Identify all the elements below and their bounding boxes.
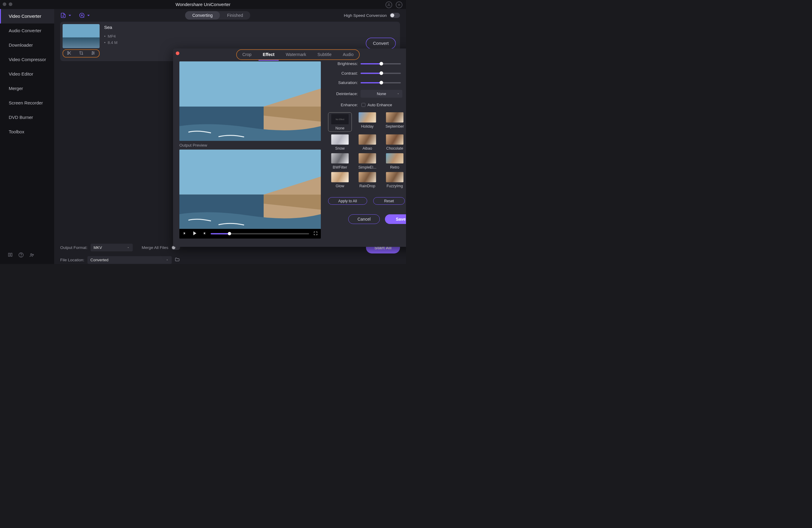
menu-icon[interactable]: [396, 1, 402, 8]
next-frame-icon[interactable]: [202, 231, 206, 237]
load-disc-button[interactable]: [79, 12, 91, 18]
prev-frame-icon[interactable]: [183, 231, 187, 237]
sidebar-item-video-compressor[interactable]: Video Compressor: [0, 52, 54, 67]
brightness-slider[interactable]: [361, 63, 401, 65]
tab-audio[interactable]: Audio: [342, 52, 355, 58]
tab-subtitle[interactable]: Subtitle: [316, 52, 333, 58]
trim-icon[interactable]: [67, 51, 72, 57]
effect-dialog: Crop Effect Watermark Subtitle Audio: [173, 48, 406, 247]
file-location-select[interactable]: Converted: [87, 256, 172, 264]
file-title: Sea: [104, 25, 117, 30]
sidebar-item-downloader[interactable]: Downloader: [0, 38, 54, 52]
sidebar-item-merger[interactable]: Merger: [0, 81, 54, 96]
effect-glow[interactable]: Glow: [328, 172, 352, 188]
output-format-select[interactable]: MKV: [91, 244, 133, 252]
file-thumbnail[interactable]: [62, 24, 100, 48]
sidebar: Video Converter Audio Converter Download…: [0, 9, 54, 264]
brightness-label: Brightness:: [328, 61, 358, 66]
svg-point-6: [31, 254, 32, 255]
saturation-slider[interactable]: [361, 82, 401, 83]
output-preview-label: Output Preview: [179, 143, 321, 148]
reset-button[interactable]: Reset: [373, 197, 405, 205]
original-preview: [179, 61, 321, 141]
saturation-value: 0: [405, 80, 406, 85]
effect-september[interactable]: September: [383, 112, 406, 132]
tab-effect[interactable]: Effect: [262, 52, 276, 58]
svg-point-9: [81, 15, 83, 16]
dialog-close-icon[interactable]: [176, 52, 179, 55]
effect-raindrop[interactable]: RainDrop: [356, 172, 379, 188]
svg-point-17: [92, 54, 93, 55]
sidebar-item-audio-converter[interactable]: Audio Converter: [0, 24, 54, 38]
play-icon[interactable]: [191, 230, 198, 238]
file-size: • 8.4 M: [104, 40, 117, 45]
effect-simpleel[interactable]: SimpleEl...: [356, 153, 379, 170]
account-icon[interactable]: [386, 1, 392, 8]
auto-enhance-checkbox[interactable]: [361, 103, 365, 107]
thumb-tools-highlight: [62, 49, 100, 57]
svg-point-16: [93, 53, 94, 54]
tab-crop[interactable]: Crop: [241, 52, 252, 58]
sidebar-item-dvd-burner[interactable]: DVD Burner: [0, 110, 54, 125]
effects-panel: No EffectNone Holiday September Snow Aib…: [328, 112, 406, 194]
seg-converting[interactable]: Converting: [185, 11, 220, 19]
add-file-button[interactable]: [60, 12, 73, 18]
save-button[interactable]: Save: [385, 214, 406, 224]
sidebar-item-video-converter[interactable]: Video Converter: [0, 9, 54, 24]
topbar: Converting Finished High Speed Conversio…: [54, 9, 406, 22]
effect-chocolate[interactable]: Chocolate: [383, 134, 406, 151]
tab-watermark[interactable]: Watermark: [285, 52, 307, 58]
help-icon[interactable]: [18, 252, 24, 258]
status-segmented: Converting Finished: [185, 11, 250, 19]
merge-label: Merge All Files: [142, 245, 169, 250]
cancel-button[interactable]: Cancel: [348, 214, 380, 224]
contrast-label: Contrast:: [328, 71, 358, 76]
contrast-value: 0: [405, 71, 406, 76]
effect-bwfilter[interactable]: BWFilter: [328, 153, 352, 170]
file-format: • MP4: [104, 34, 117, 39]
titlebar: Wondershare UniConverter: [0, 0, 406, 9]
open-folder-icon[interactable]: [175, 257, 180, 263]
hsc-toggle[interactable]: [390, 13, 400, 18]
tutorial-icon[interactable]: [7, 252, 13, 258]
deinterlace-select[interactable]: None: [361, 90, 402, 98]
output-preview: [179, 149, 321, 229]
effect-holiday[interactable]: Holiday: [356, 112, 379, 132]
contrast-slider[interactable]: [361, 73, 401, 74]
seek-slider[interactable]: [211, 233, 309, 234]
auto-enhance-label: Auto Enhance: [367, 103, 392, 108]
sidebar-item-toolbox[interactable]: Toolbox: [0, 125, 54, 139]
fullscreen-icon[interactable]: [313, 231, 318, 237]
effect-fuzzyimg[interactable]: FuzzyImg: [383, 172, 406, 188]
enhance-label: Enhance:: [328, 103, 358, 108]
community-icon[interactable]: [29, 252, 35, 258]
brightness-value: 0: [405, 61, 406, 66]
output-format-label: Output Format:: [60, 245, 88, 250]
seg-finished[interactable]: Finished: [220, 11, 250, 19]
svg-point-15: [92, 52, 93, 52]
file-location-label: File Location:: [60, 258, 84, 262]
effect-none[interactable]: No EffectNone: [328, 112, 352, 132]
svg-point-7: [32, 254, 34, 255]
sidebar-item-screen-recorder[interactable]: Screen Recorder: [0, 96, 54, 110]
adjust-icon[interactable]: [91, 51, 96, 56]
effect-retro[interactable]: Retro: [383, 153, 406, 170]
app-title: Wondershare UniConverter: [0, 2, 406, 7]
saturation-label: Saturation:: [328, 80, 358, 85]
dialog-tabs-highlight: Crop Effect Watermark Subtitle Audio: [236, 49, 360, 60]
hsc-label: High Speed Conversion: [344, 13, 387, 18]
crop-icon[interactable]: [79, 51, 83, 56]
main-panel: Converting Finished High Speed Conversio…: [54, 9, 406, 264]
convert-button[interactable]: Convert: [366, 38, 396, 49]
deinterlace-label: Deinterlace:: [328, 91, 358, 96]
effect-aibao[interactable]: Aibao: [356, 134, 379, 151]
playbar: [179, 229, 321, 239]
svg-point-0: [388, 4, 389, 5]
sidebar-item-video-editor[interactable]: Video Editor: [0, 67, 54, 81]
effect-snow[interactable]: Snow: [328, 134, 352, 151]
apply-to-all-button[interactable]: Apply to All: [328, 197, 367, 205]
